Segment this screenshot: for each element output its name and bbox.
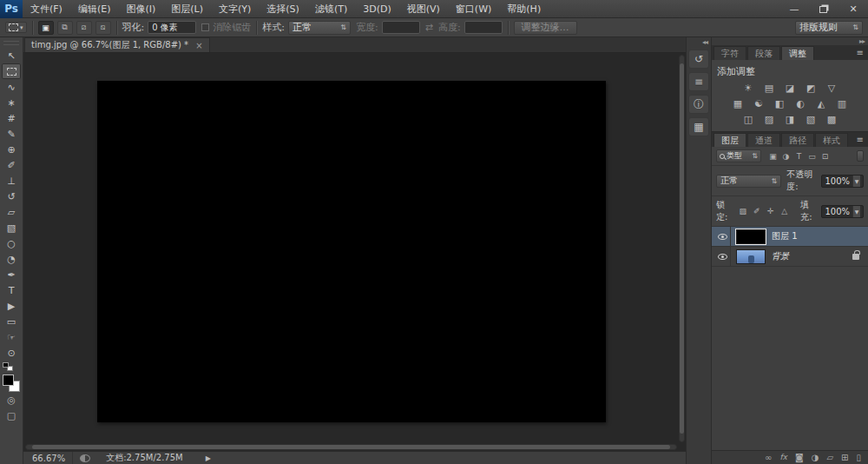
lock-transparency-icon[interactable]: ▨	[737, 206, 748, 216]
width-input[interactable]	[382, 21, 420, 34]
tab-adjustments[interactable]: 调整	[781, 46, 814, 60]
refine-edge-button[interactable]: 调整边缘…	[514, 21, 577, 35]
move-tool[interactable]: ↖	[2, 48, 21, 63]
chevron-down-icon[interactable]: ▼	[852, 206, 860, 217]
quick-mask-button[interactable]: ◎	[2, 392, 21, 408]
hand-tool[interactable]: ☞	[2, 329, 21, 345]
menu-item[interactable]: 3D(D)	[355, 0, 399, 18]
layer-thumbnail[interactable]	[736, 249, 766, 264]
anti-alias-checkbox[interactable]	[201, 23, 209, 31]
photo-filter-icon[interactable]: ◐	[793, 98, 808, 109]
dodge-tool[interactable]: ◔	[2, 251, 21, 267]
history-brush-tool[interactable]: ↺	[2, 189, 21, 204]
add-to-selection[interactable]: ⧉	[57, 21, 73, 35]
intersect-selection[interactable]: ⧅	[95, 21, 111, 35]
subtract-from-selection[interactable]: ⧄	[76, 21, 92, 35]
shape-tool[interactable]: ▭	[2, 314, 21, 329]
lasso-tool[interactable]: ∿	[2, 79, 21, 95]
new-group-icon[interactable]: ▱	[826, 454, 833, 462]
black-white-icon[interactable]: ◧	[773, 98, 787, 109]
height-input[interactable]	[464, 21, 503, 34]
menu-item[interactable]: 帮助(H)	[499, 0, 549, 18]
canvas-viewport[interactable]	[23, 53, 686, 451]
workspace-dropdown[interactable]: 排版规则 ⇅	[795, 21, 863, 35]
layer-row-background[interactable]: 背景	[712, 247, 868, 267]
filter-smart-objects-icon[interactable]: ⊡	[819, 150, 831, 162]
delete-layer-icon[interactable]: ▯	[856, 454, 861, 462]
gradient-tool[interactable]: ▧	[2, 220, 21, 235]
menu-item[interactable]: 文件(F)	[23, 0, 70, 18]
info-panel-icon[interactable]: ⓘ	[688, 95, 709, 114]
visibility-eye-icon[interactable]	[718, 234, 727, 240]
vertical-scrollbar[interactable]	[679, 55, 685, 442]
link-layers-icon[interactable]: ∞	[765, 454, 772, 462]
canvas[interactable]	[97, 81, 606, 422]
new-layer-icon[interactable]: ⊞	[841, 454, 848, 462]
channel-mixer-icon[interactable]: ◭	[814, 98, 829, 109]
eraser-tool[interactable]: ▱	[2, 204, 21, 220]
color-balance-icon[interactable]: ☯	[752, 98, 766, 109]
blur-tool[interactable]: ○	[2, 235, 21, 251]
status-options-arrow[interactable]: ▶	[206, 454, 211, 462]
minimize-button[interactable]: —	[779, 0, 809, 17]
menu-item[interactable]: 窗口(W)	[448, 0, 499, 18]
type-tool[interactable]: T	[2, 282, 21, 298]
tab-styles[interactable]: 样式	[815, 133, 848, 147]
menu-item[interactable]: 图像(I)	[118, 0, 163, 18]
close-button[interactable]: ✕	[838, 0, 868, 17]
layer-name[interactable]: 图层 1	[772, 230, 798, 242]
layer-thumbnail[interactable]	[736, 229, 766, 244]
magic-wand-tool[interactable]: ∗	[2, 95, 21, 110]
filter-kind-dropdown[interactable]: 类型 ⇅	[716, 149, 761, 162]
path-selection-tool[interactable]: ▶	[2, 298, 21, 314]
menu-item[interactable]: 图层(L)	[163, 0, 211, 18]
swatches-panel-icon[interactable]: ▦	[688, 117, 709, 136]
brush-tool[interactable]: ✐	[2, 157, 21, 173]
tool-preset-picker[interactable]: ▾	[5, 22, 27, 33]
color-lookup-icon[interactable]: ▥	[835, 98, 850, 109]
filter-shape-layers-icon[interactable]: ▭	[806, 150, 818, 162]
new-selection[interactable]: ▣	[38, 21, 54, 35]
tab-layers[interactable]: 图层	[713, 133, 746, 147]
filter-adjustment-layers-icon[interactable]: ◑	[780, 150, 792, 162]
visibility-eye-icon[interactable]	[718, 254, 727, 260]
menu-item[interactable]: 文字(Y)	[211, 0, 259, 18]
style-dropdown[interactable]: 正常 ⇅	[288, 21, 351, 35]
filter-pixel-layers-icon[interactable]: ▣	[767, 150, 779, 162]
panel-menu-icon[interactable]: ≡	[852, 135, 868, 144]
opacity-field[interactable]: 100% ▼	[821, 175, 864, 188]
panel-menu-icon[interactable]: ≡	[852, 48, 868, 57]
restore-button[interactable]	[809, 0, 838, 17]
filter-toggle-switch[interactable]	[857, 150, 864, 162]
tab-channels[interactable]: 通道	[747, 133, 780, 147]
threshold-icon[interactable]: ◨	[783, 114, 798, 125]
swap-dimensions-icon[interactable]: ⇄	[425, 22, 433, 33]
screen-mode-button[interactable]: ▢	[2, 408, 21, 423]
healing-brush-tool[interactable]: ⊕	[2, 142, 21, 157]
pen-tool[interactable]: ✒	[2, 267, 21, 282]
tab-paragraph[interactable]: 段落	[747, 46, 780, 60]
layer-row-layer1[interactable]: 图层 1	[712, 227, 868, 247]
horizontal-scrollbar[interactable]	[25, 444, 677, 450]
zoom-level-field[interactable]: 66.67%	[23, 452, 73, 464]
lock-pixels-icon[interactable]: ✐	[751, 206, 762, 216]
clone-stamp-tool[interactable]: ⊥	[2, 173, 21, 189]
foreground-color-swatch[interactable]	[3, 375, 14, 386]
history-panel-icon[interactable]: ↺	[688, 50, 709, 69]
layer-style-icon[interactable]: fx	[779, 454, 787, 461]
levels-icon[interactable]: ▤	[762, 83, 777, 94]
zoom-tool[interactable]: ⊙	[2, 345, 21, 361]
chevron-down-icon[interactable]: ▼	[852, 176, 860, 187]
properties-panel-icon[interactable]: ≡	[688, 72, 709, 91]
fill-field[interactable]: 100% ▼	[821, 205, 864, 218]
filter-type-layers-icon[interactable]: T	[793, 150, 805, 162]
selective-color-icon[interactable]: ▧	[804, 114, 819, 125]
brightness-contrast-icon[interactable]: ☀	[741, 83, 756, 94]
curves-icon[interactable]: ◪	[783, 83, 798, 94]
rectangular-marquee-tool[interactable]	[2, 63, 21, 79]
document-tab[interactable]: timg.jpg @ 66.7%(图层 1, RGB/8#) * ×	[24, 37, 210, 52]
eyedropper-tool[interactable]: ✎	[2, 126, 21, 142]
invert-icon[interactable]: ◫	[741, 114, 756, 125]
menu-item[interactable]: 视图(V)	[399, 0, 448, 18]
menu-item[interactable]: 滤镜(T)	[307, 0, 355, 18]
